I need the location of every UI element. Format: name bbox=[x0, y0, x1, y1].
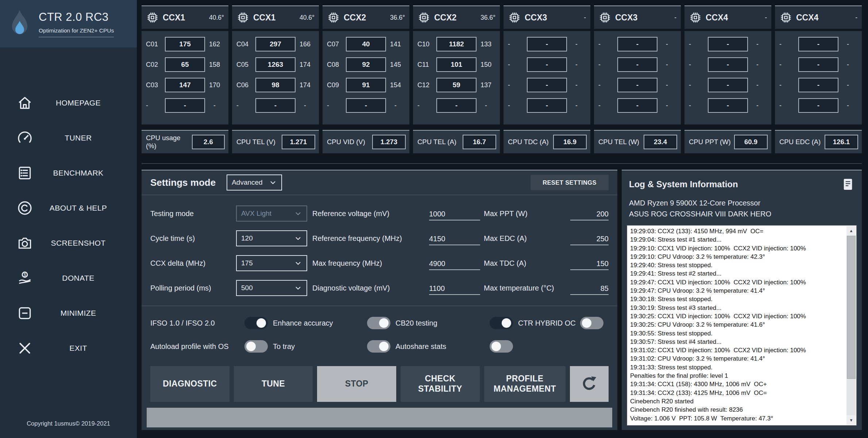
log-scrollbar[interactable]: ▲ ▼ bbox=[846, 226, 856, 425]
sidebar-item-minimize[interactable]: MINIMIZE bbox=[0, 296, 137, 331]
ccx-panel-body: C0740141C0892145C0991154--- bbox=[323, 31, 409, 124]
core-row: C11101150 bbox=[413, 54, 500, 75]
ccx-delta-mhz-dropdown[interactable]: 175 bbox=[236, 255, 307, 271]
ctr-hybrid-oc-toggle[interactable] bbox=[580, 317, 603, 329]
to-tray-toggle[interactable] bbox=[367, 340, 390, 353]
ifso-1-0-ifso-2-0-toggle[interactable] bbox=[244, 317, 268, 329]
profile-management-button[interactable]: PROFILE MANAGEMENT bbox=[484, 366, 566, 402]
log-line: 19:31:34: CCX1 (158): 4300 MHz, 1006 mV … bbox=[630, 380, 842, 388]
log-line: 19:30:55: Stress test stopped. bbox=[630, 329, 842, 338]
cb20-testing-toggle[interactable] bbox=[490, 317, 513, 329]
autoshare-stats-label: Autoshare stats bbox=[396, 342, 446, 351]
stat-value: 126.1 bbox=[825, 135, 858, 149]
ccx-panel-body: C01175162C0265158C03147170--- bbox=[142, 31, 228, 124]
diagnostic-button[interactable]: DIAGNOSTIC bbox=[150, 366, 229, 402]
core-row: C101182133 bbox=[413, 34, 500, 54]
tune-button[interactable]: TUNE bbox=[234, 366, 313, 402]
sidebar-item-about-help[interactable]: ABOUT & HELP bbox=[0, 191, 137, 226]
ccx-temperature: - bbox=[584, 14, 586, 22]
sidebar-item-tuner[interactable]: TUNER bbox=[0, 120, 137, 155]
reference-voltage-mv-field[interactable]: 1000 bbox=[429, 207, 480, 220]
max-ppt-w-label: Max PPT (W) bbox=[484, 210, 569, 218]
enhance-accuracy-toggle[interactable] bbox=[367, 317, 390, 329]
chevron-down-icon bbox=[294, 210, 302, 218]
cycle-time-s-dropdown[interactable]: 120 bbox=[236, 230, 307, 246]
max-tdc-a-field[interactable]: 150 bbox=[570, 256, 609, 270]
settings-form-row: Polling period (ms)500Diagnostic voltage… bbox=[150, 276, 609, 300]
sidebar-item-exit[interactable]: EXIT bbox=[0, 331, 137, 366]
max-temperature-c-field[interactable]: 85 bbox=[570, 281, 609, 295]
core-label: - bbox=[689, 61, 708, 69]
max-tdc-a-label: Max TDC (A) bbox=[484, 259, 569, 268]
max-frequency-mhz-field[interactable]: 4900 bbox=[429, 256, 480, 270]
sidebar-item-screenshot[interactable]: SCREENSHOT bbox=[0, 226, 137, 261]
ccx-panel-body: C101182133C11101150C1259137--- bbox=[413, 31, 500, 124]
polling-period-ms-dropdown[interactable]: 500 bbox=[236, 280, 307, 296]
core-extra-value: 137 bbox=[477, 81, 495, 89]
stat-value: 60.9 bbox=[734, 135, 768, 149]
refresh-button[interactable] bbox=[570, 366, 609, 402]
core-row: C0740141 bbox=[323, 34, 409, 54]
system-info: AMD Ryzen 9 5900X 12-Core Processor ASUS… bbox=[622, 192, 862, 219]
core-extra-value: - bbox=[838, 41, 857, 48]
core-extra-value: 154 bbox=[386, 81, 405, 89]
flame-logo-icon bbox=[7, 8, 33, 39]
core-label: C03 bbox=[146, 81, 165, 89]
diagnostic-voltage-mv-field[interactable]: 1100 bbox=[429, 281, 480, 295]
log-report-button[interactable] bbox=[840, 176, 856, 192]
stat-label: CPU VID (V) bbox=[327, 138, 365, 146]
settings-form: Testing modeAVX LightReference voltage (… bbox=[142, 195, 617, 300]
core-label: C10 bbox=[417, 41, 436, 48]
max-ppt-w-field[interactable]: 200 bbox=[570, 207, 609, 220]
ccx-panel-1: CCX140.6°C01175162C0265158C03147170--- bbox=[142, 5, 228, 124]
refresh-icon bbox=[580, 374, 599, 393]
log-line: Voltage: 1.006 V PPT: 105.8 W Temperatur… bbox=[630, 414, 842, 423]
max-frequency-mhz-label: Max frequency (MHz) bbox=[312, 259, 429, 268]
ccx-row: CCX140.6°C01175162C0265158C03147170---CC… bbox=[142, 5, 862, 124]
settings-mode-dropdown[interactable]: Advanced bbox=[227, 174, 282, 191]
autoshare-stats-toggle[interactable] bbox=[490, 340, 513, 353]
core-label: C07 bbox=[327, 41, 346, 48]
stat-label: CPU TEL (W) bbox=[598, 138, 639, 146]
core-value-box: - bbox=[708, 78, 748, 92]
sidebar-item-benchmark[interactable]: BENCHMARK bbox=[0, 155, 137, 191]
log-textbox[interactable]: 19:29:03: CCX2 (133): 4150 MHz, 994 mV O… bbox=[627, 225, 857, 426]
core-row: --- bbox=[594, 34, 681, 54]
core-value-box: 40 bbox=[346, 37, 386, 51]
toggle-row: IFSO 1.0 / IFSO 2.0Enhance accuracyCB20 … bbox=[150, 311, 609, 335]
autoload-profile-with-os-toggle[interactable] bbox=[244, 340, 268, 353]
core-label: C08 bbox=[327, 61, 346, 69]
scrollbar-thumb[interactable] bbox=[847, 236, 856, 379]
core-extra-value: - bbox=[657, 81, 676, 89]
core-extra-value: 174 bbox=[296, 61, 315, 69]
scroll-up-arrow[interactable]: ▲ bbox=[846, 226, 856, 235]
core-value-box: - bbox=[527, 57, 567, 72]
settings-form-row: Cycle time (s)120Reference frequency (MH… bbox=[150, 226, 609, 251]
check-stability-button[interactable]: CHECK STABILITY bbox=[401, 366, 480, 402]
stop-button[interactable]: STOP bbox=[317, 366, 396, 402]
core-label: - bbox=[508, 61, 527, 69]
testing-mode-dropdown[interactable]: AVX Light bbox=[236, 205, 307, 222]
reset-settings-button[interactable]: RESET SETTINGS bbox=[531, 175, 609, 190]
sidebar-item-homepage[interactable]: HOMEPAGE bbox=[0, 85, 137, 120]
ccx-panel-2: CCX140.6°C04297166C051263174C0698174--- bbox=[232, 5, 319, 124]
log-line: 19:29:04: Stress test #1 started... bbox=[630, 235, 842, 244]
sidebar-item-donate[interactable]: $DONATE bbox=[0, 261, 137, 296]
core-row: --- bbox=[775, 54, 862, 75]
progress-bar bbox=[147, 408, 612, 427]
core-row: --- bbox=[504, 54, 590, 75]
chip-icon bbox=[417, 11, 431, 24]
toggle-group: Autoload profile with OS bbox=[150, 340, 273, 353]
core-row: --- bbox=[323, 95, 409, 116]
max-edc-a-field[interactable]: 250 bbox=[570, 231, 609, 245]
core-label: C06 bbox=[236, 81, 255, 89]
log-line: 19:31:02: CCX1 VID injection: 100% CCX2 … bbox=[630, 346, 842, 354]
reference-frequency-mhz-field[interactable]: 4150 bbox=[429, 231, 480, 245]
core-value-box: 147 bbox=[165, 78, 205, 92]
log-line: 19:30:57: Stress test #4 started... bbox=[630, 338, 842, 346]
scroll-down-arrow[interactable]: ▼ bbox=[846, 415, 856, 425]
settings-form-row: CCX delta (MHz)175Max frequency (MHz)490… bbox=[150, 251, 609, 276]
core-label: C05 bbox=[236, 61, 255, 69]
core-row: --- bbox=[142, 95, 228, 116]
stats-row: CPU usage (%)2.6CPU TEL (V)1.271CPU VID … bbox=[142, 130, 862, 153]
